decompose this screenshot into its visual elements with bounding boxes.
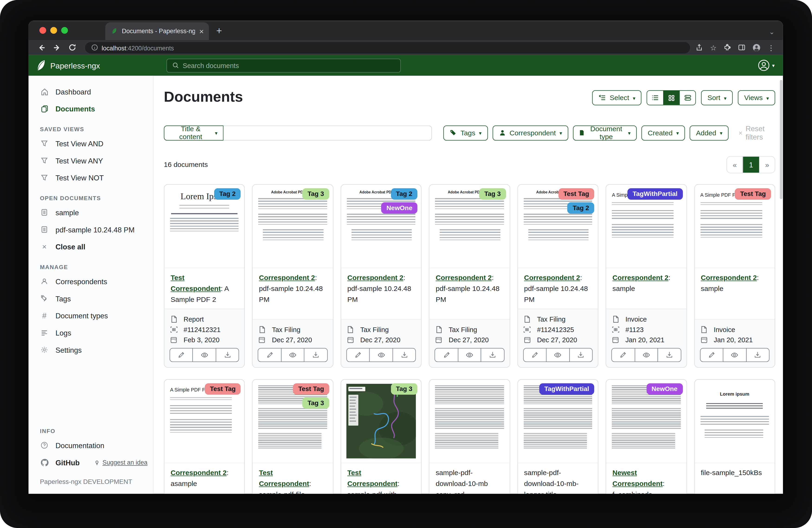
scrollbar[interactable] (780, 80, 782, 199)
correspondent-link[interactable]: Correspondent 2 (701, 274, 757, 282)
global-search[interactable] (166, 58, 401, 72)
download-button[interactable] (392, 348, 416, 362)
view-button[interactable] (369, 348, 393, 362)
tag-badge[interactable]: Tag 3 (479, 188, 506, 200)
document-title-link[interactable]: sample (701, 285, 723, 292)
sidebar-item-test-view-and[interactable]: Test View AND (29, 135, 153, 152)
document-title-link[interactable]: pdf-sample 10.24.48 PM (524, 285, 588, 303)
correspondent-link[interactable]: Correspondent 2 (436, 274, 492, 282)
edit-button[interactable] (258, 348, 281, 362)
document-title-link[interactable]: pdf-sample 10.24.48 PM (259, 285, 323, 303)
tab-close-icon[interactable]: × (199, 27, 204, 35)
correspondent-link[interactable]: Correspondent 2 (347, 274, 403, 282)
download-button[interactable] (304, 348, 328, 362)
download-button[interactable] (658, 348, 681, 362)
document-thumbnail[interactable]: TagWithPartial A Simple (606, 185, 686, 268)
new-tab-button[interactable]: + (216, 25, 222, 37)
document-title-link[interactable]: file-sample_150kBs (701, 469, 762, 477)
correspondent-link[interactable]: Correspondent 2 (612, 274, 668, 282)
browser-menu-kebab-icon[interactable]: ⋮ (767, 43, 774, 52)
edit-button[interactable] (611, 348, 635, 362)
filter-query-input[interactable] (224, 125, 432, 140)
close-window-button[interactable] (40, 27, 46, 34)
sidebar-open-doc-sample[interactable]: sample (29, 204, 153, 221)
sidebar-open-doc-pdf-sample[interactable]: pdf-sample 10.24.48 PM (29, 221, 153, 238)
tag-badge[interactable]: NewOne (381, 202, 417, 214)
sidebar-item-documents[interactable]: Documents (29, 100, 153, 117)
edit-button[interactable] (435, 348, 458, 362)
view-grid-button[interactable] (664, 91, 679, 105)
app-brand[interactable]: Paperless-ngx (36, 60, 166, 71)
document-title-link[interactable]: sample-pdf-file (259, 490, 305, 494)
sidebar-item-documentation[interactable]: Documentation (29, 437, 153, 454)
document-type-filter-button[interactable]: Document type ▾ (573, 125, 637, 140)
correspondent-link[interactable]: Correspondent 2 (171, 469, 227, 477)
edit-button[interactable] (170, 348, 193, 362)
search-input[interactable] (183, 61, 395, 69)
document-thumbnail[interactable]: Test Tag A Simple PDF File (164, 380, 244, 463)
document-thumbnail[interactable]: Test TagTag 3 (253, 380, 333, 463)
correspondent-link[interactable]: Correspondent 2 (259, 274, 315, 282)
zoom-window-button[interactable] (61, 27, 68, 34)
extensions-puzzle-icon[interactable] (723, 44, 731, 52)
tag-badge[interactable]: Tag 2 (214, 188, 241, 200)
sort-button[interactable]: Sort ▾ (701, 90, 733, 105)
sidebar-item-test-view-any[interactable]: Test View ANY (29, 152, 153, 169)
correspondent-link[interactable]: Test Correspondent (171, 274, 221, 292)
correspondent-link[interactable]: Newest Correspondent (612, 469, 663, 487)
document-thumbnail[interactable]: Lorem ipsum (695, 380, 774, 463)
document-thumbnail[interactable]: Tag 3 Adobe Acrobat PDF Files (430, 185, 509, 268)
document-title-link[interactable]: sample (612, 285, 635, 292)
select-button[interactable]: Select ▾ (592, 90, 642, 105)
back-icon[interactable] (38, 43, 46, 52)
tag-badge[interactable]: Test Tag (558, 188, 594, 200)
views-button[interactable]: Views ▾ (738, 90, 775, 105)
view-button[interactable] (281, 348, 305, 362)
tag-badge[interactable]: TagWithPartial (539, 383, 594, 395)
document-title-link[interactable]: pdf-sample 10.24.48 PM (347, 285, 411, 303)
tab-search-chevron-icon[interactable]: ⌄ (769, 28, 774, 36)
tag-badge[interactable]: Test Tag (735, 188, 771, 200)
view-button[interactable] (193, 348, 216, 362)
sidebar-item-logs[interactable]: Logs (29, 324, 153, 341)
download-button[interactable] (746, 348, 769, 362)
page-next-button[interactable]: » (759, 157, 774, 173)
download-button[interactable] (481, 348, 504, 362)
document-thumbnail[interactable]: Tag 2 Lorem Ipsum (164, 185, 244, 268)
tag-badge[interactable]: Test Tag (293, 383, 329, 395)
view-detail-button[interactable] (679, 91, 695, 105)
view-button[interactable] (723, 348, 746, 362)
sidebar-item-settings[interactable]: Settings (29, 341, 153, 358)
tag-badge[interactable]: TagWithPartial (627, 188, 683, 200)
document-title-link[interactable]: sample-pdf-with-images (347, 490, 399, 494)
sidebar-item-test-view-not[interactable]: Test View NOT (29, 169, 153, 186)
sidebar-item-correspondents[interactable]: Correspondents (29, 273, 153, 290)
added-filter-button[interactable]: Added ▾ (690, 125, 729, 140)
tag-badge[interactable]: Tag 2 (568, 202, 594, 214)
document-thumbnail[interactable]: Tag 3 Adobe Acrobat PDF Files (253, 185, 333, 268)
page-number-button[interactable]: 1 (743, 157, 759, 173)
tags-filter-button[interactable]: Tags ▾ (444, 125, 488, 140)
user-menu[interactable]: ▾ (757, 59, 774, 72)
sidebar-item-github[interactable]: GitHub Suggest an idea (29, 454, 153, 471)
edit-button[interactable] (346, 348, 370, 362)
browser-tab[interactable]: Documents - Paperless-ngx × (105, 22, 209, 40)
correspondent-link[interactable]: Test Correspondent (259, 469, 309, 487)
created-filter-button[interactable]: Created ▾ (642, 125, 685, 140)
document-title-link[interactable]: sample-pdf-download-10-mb-longer-title (524, 469, 579, 494)
page-prev-button[interactable]: « (727, 157, 743, 173)
correspondent-link[interactable]: Test Correspondent (347, 469, 397, 487)
sidebar-item-document-types[interactable]: # Document types (29, 307, 153, 324)
document-thumbnail[interactable]: Tag 3 (341, 380, 421, 463)
suggest-an-idea-link[interactable]: Suggest an idea (94, 459, 148, 466)
edit-button[interactable] (700, 348, 724, 362)
tag-badge[interactable]: NewOne (646, 383, 682, 395)
sidebar-close-all[interactable]: × Close all (29, 238, 153, 255)
minimize-window-button[interactable] (50, 27, 57, 34)
reload-icon[interactable] (69, 44, 76, 52)
view-list-button[interactable] (648, 91, 664, 105)
tag-badge[interactable]: Tag 3 (302, 188, 329, 200)
forward-icon[interactable] (53, 43, 61, 52)
document-thumbnail[interactable] (430, 380, 509, 463)
tag-badge[interactable]: Test Tag (205, 383, 241, 395)
